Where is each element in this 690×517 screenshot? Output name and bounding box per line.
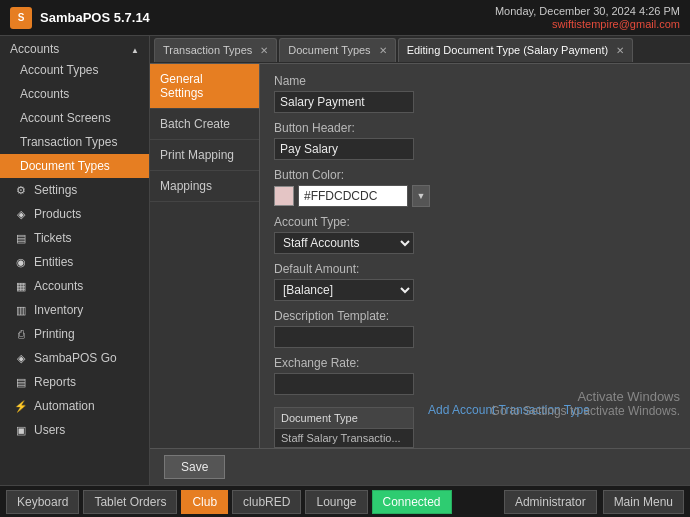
- document-types-label: Document Types: [20, 159, 110, 173]
- title-bar-left: S SambaPOS 5.7.14: [10, 7, 150, 29]
- sidebar-accounts-header[interactable]: Accounts: [0, 36, 149, 58]
- automation-label: Automation: [34, 399, 95, 413]
- nav-print-mapping-label: Print Mapping: [160, 148, 234, 162]
- button-color-row: Button Color: ▼: [274, 168, 676, 207]
- button-header-row: Button Header:: [274, 121, 676, 160]
- sidebar-item-automation[interactable]: ⚡ Automation: [0, 394, 149, 418]
- sidebar-item-inventory[interactable]: ▥ Inventory: [0, 298, 149, 322]
- taskbar-administrator-btn[interactable]: Administrator: [504, 490, 597, 514]
- reports-label: Reports: [34, 375, 76, 389]
- description-template-label: Description Template:: [274, 309, 676, 323]
- form-panel: Name Button Header: Button Color: ▼: [260, 64, 690, 448]
- activate-windows-subtitle: Go to Settings to activate Windows.: [491, 404, 680, 418]
- tab-transaction-types-close[interactable]: ✕: [260, 45, 268, 56]
- taskbar-left: Keyboard Tablet Orders Club clubRED Loun…: [6, 490, 452, 514]
- sidebar-item-entities[interactable]: ◉ Entities: [0, 250, 149, 274]
- printing-label: Printing: [34, 327, 75, 341]
- accounts-sub-label: Accounts: [20, 87, 69, 101]
- nav-batch-create[interactable]: Batch Create: [150, 109, 259, 140]
- doc-type-table-row[interactable]: Staff Salary Transactio...: [275, 429, 413, 447]
- tab-editing-close[interactable]: ✕: [616, 45, 624, 56]
- sambapos-go-label: SambaPOS Go: [34, 351, 117, 365]
- sidebar-item-tickets[interactable]: ▤ Tickets: [0, 226, 149, 250]
- nav-batch-create-label: Batch Create: [160, 117, 230, 131]
- sidebar: Accounts Account Types Accounts Account …: [0, 36, 150, 485]
- sidebar-item-account-types[interactable]: Account Types: [0, 58, 149, 82]
- sidebar-item-sambapos-go[interactable]: ◈ SambaPOS Go: [0, 346, 149, 370]
- activate-windows-title: Activate Windows: [491, 389, 680, 404]
- default-amount-row: Default Amount: [Balance]: [274, 262, 676, 301]
- nav-general-settings[interactable]: General Settings: [150, 64, 259, 109]
- exchange-rate-input[interactable]: [274, 373, 414, 395]
- tab-transaction-types-label: Transaction Types: [163, 44, 252, 56]
- color-dropdown-btn[interactable]: ▼: [412, 185, 430, 207]
- title-bar: S SambaPOS 5.7.14 Monday, December 30, 2…: [0, 0, 690, 36]
- taskbar-main-menu-btn[interactable]: Main Menu: [603, 490, 684, 514]
- users-label: Users: [34, 423, 65, 437]
- tab-document-types-label: Document Types: [288, 44, 370, 56]
- description-template-row: Description Template:: [274, 309, 676, 348]
- accounts-main-label: Accounts: [34, 279, 83, 293]
- nav-panel: General Settings Batch Create Print Mapp…: [150, 64, 260, 448]
- tab-document-types-close[interactable]: ✕: [379, 45, 387, 56]
- default-amount-select[interactable]: [Balance]: [274, 279, 414, 301]
- tickets-label: Tickets: [34, 231, 72, 245]
- products-label: Products: [34, 207, 81, 221]
- settings-icon: ⚙: [14, 184, 28, 197]
- sidebar-item-account-screens[interactable]: Account Screens: [0, 106, 149, 130]
- tab-document-types[interactable]: Document Types ✕: [279, 38, 395, 62]
- app-logo-icon: S: [10, 7, 32, 29]
- inventory-label: Inventory: [34, 303, 83, 317]
- sidebar-item-accounts[interactable]: Accounts: [0, 82, 149, 106]
- app-title: SambaPOS 5.7.14: [40, 10, 150, 25]
- tabs-bar: Transaction Types ✕ Document Types ✕ Edi…: [150, 36, 690, 64]
- sidebar-item-products[interactable]: ◈ Products: [0, 202, 149, 226]
- products-icon: ◈: [14, 208, 28, 221]
- sidebar-item-settings[interactable]: ⚙ Settings: [0, 178, 149, 202]
- taskbar-club-btn[interactable]: Club: [181, 490, 228, 514]
- datetime-label: Monday, December 30, 2024 4:26 PM: [495, 5, 680, 17]
- color-swatch: [274, 186, 294, 206]
- button-header-label: Button Header:: [274, 121, 676, 135]
- description-template-input[interactable]: [274, 326, 414, 348]
- account-type-select[interactable]: Staff Accounts: [274, 232, 414, 254]
- taskbar: Keyboard Tablet Orders Club clubRED Loun…: [0, 485, 690, 517]
- taskbar-keyboard-btn[interactable]: Keyboard: [6, 490, 79, 514]
- sidebar-item-users[interactable]: ▣ Users: [0, 418, 149, 442]
- taskbar-clubred-btn[interactable]: clubRED: [232, 490, 301, 514]
- sidebar-item-accounts-main[interactable]: ▦ Accounts: [0, 274, 149, 298]
- sidebar-item-reports[interactable]: ▤ Reports: [0, 370, 149, 394]
- taskbar-lounge-btn[interactable]: Lounge: [305, 490, 367, 514]
- users-icon: ▣: [14, 424, 28, 437]
- account-type-label: Account Type:: [274, 215, 676, 229]
- save-button[interactable]: Save: [164, 455, 225, 479]
- account-types-label: Account Types: [20, 63, 99, 77]
- color-input[interactable]: [298, 185, 408, 207]
- taskbar-right: Administrator Main Menu: [504, 490, 684, 514]
- sidebar-item-transaction-types[interactable]: Transaction Types: [0, 130, 149, 154]
- name-input[interactable]: [274, 91, 414, 113]
- activate-windows: Activate Windows Go to Settings to activ…: [491, 389, 680, 418]
- sidebar-item-printing[interactable]: ⎙ Printing: [0, 322, 149, 346]
- panels: General Settings Batch Create Print Mapp…: [150, 64, 690, 448]
- nav-mappings[interactable]: Mappings: [150, 171, 259, 202]
- accounts-icon: ▦: [14, 280, 28, 293]
- button-header-input[interactable]: [274, 138, 414, 160]
- default-amount-label: Default Amount:: [274, 262, 676, 276]
- tab-transaction-types[interactable]: Transaction Types ✕: [154, 38, 277, 62]
- taskbar-tablet-orders-btn[interactable]: Tablet Orders: [83, 490, 177, 514]
- tab-editing-document-type[interactable]: Editing Document Type (Salary Payment) ✕: [398, 38, 634, 62]
- printing-icon: ⎙: [14, 328, 28, 340]
- tab-editing-label: Editing Document Type (Salary Payment): [407, 44, 609, 56]
- doc-type-table: Document Type Staff Salary Transactio...: [274, 407, 414, 448]
- taskbar-connected-btn[interactable]: Connected: [372, 490, 452, 514]
- sidebar-item-document-types[interactable]: Document Types: [0, 154, 149, 178]
- save-section: Save: [150, 448, 690, 485]
- button-color-label: Button Color:: [274, 168, 676, 182]
- entities-icon: ◉: [14, 256, 28, 269]
- automation-icon: ⚡: [14, 400, 28, 413]
- inventory-icon: ▥: [14, 304, 28, 317]
- transaction-types-label: Transaction Types: [20, 135, 117, 149]
- nav-print-mapping[interactable]: Print Mapping: [150, 140, 259, 171]
- sambapos-go-icon: ◈: [14, 352, 28, 365]
